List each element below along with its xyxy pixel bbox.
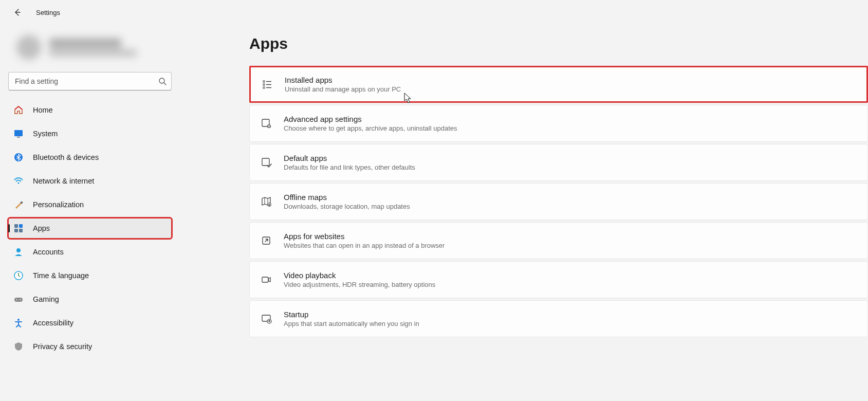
svg-rect-20 bbox=[263, 84, 265, 85]
card-subtitle: Apps that start automatically when you s… bbox=[284, 320, 419, 327]
nav-label: Personalization bbox=[33, 200, 84, 209]
card-advanced-settings[interactable]: Advanced app settings Choose where to ge… bbox=[249, 105, 868, 142]
svg-rect-8 bbox=[14, 224, 18, 228]
card-subtitle: Websites that can open in an app instead… bbox=[284, 242, 445, 249]
settings-cards: Installed apps Uninstall and manage apps… bbox=[249, 66, 868, 337]
nav-privacy[interactable]: Privacy & security bbox=[8, 336, 172, 357]
card-subtitle: Uninstall and manage apps on your PC bbox=[285, 85, 401, 93]
svg-rect-3 bbox=[14, 130, 23, 136]
nav-network[interactable]: Network & internet bbox=[8, 171, 172, 191]
bluetooth-icon bbox=[13, 152, 24, 162]
nav-label: Bluetooth & devices bbox=[33, 153, 99, 161]
card-installed-apps[interactable]: Installed apps Uninstall and manage apps… bbox=[249, 66, 868, 103]
card-title: Default apps bbox=[284, 154, 415, 162]
back-button[interactable] bbox=[9, 4, 26, 21]
card-video-playback[interactable]: Video playback Video adjustments, HDR st… bbox=[249, 261, 868, 298]
list-icon bbox=[261, 78, 273, 90]
app-title: Settings bbox=[36, 9, 60, 16]
svg-rect-18 bbox=[263, 81, 265, 82]
svg-point-1 bbox=[159, 78, 164, 83]
profile-email bbox=[49, 50, 137, 56]
apps-icon bbox=[13, 223, 24, 233]
wifi-icon bbox=[13, 176, 24, 186]
svg-point-26 bbox=[269, 126, 270, 127]
nav-home[interactable]: Home bbox=[8, 100, 172, 120]
card-apps-for-websites[interactable]: Apps for websites Websites that can open… bbox=[249, 222, 868, 259]
accessibility-icon bbox=[13, 318, 24, 328]
video-icon bbox=[260, 274, 272, 286]
search-box bbox=[8, 72, 172, 90]
svg-point-6 bbox=[17, 182, 19, 184]
svg-rect-22 bbox=[263, 87, 265, 88]
main-content: Apps Installed apps Uninstall and manage… bbox=[180, 25, 868, 401]
nav-label: Time & language bbox=[33, 271, 89, 280]
nav-label: Accessibility bbox=[33, 319, 73, 327]
svg-rect-9 bbox=[19, 224, 23, 228]
default-apps-icon bbox=[260, 156, 272, 169]
nav-label: Accounts bbox=[33, 248, 64, 256]
nav-list: Home System Bluetooth & devices bbox=[8, 100, 172, 357]
nav-gaming[interactable]: Gaming bbox=[8, 289, 172, 309]
profile-name bbox=[49, 39, 121, 48]
page-title: Apps bbox=[249, 35, 868, 52]
person-icon bbox=[13, 247, 24, 257]
svg-point-16 bbox=[20, 299, 21, 300]
nav-time[interactable]: Time & language bbox=[8, 265, 172, 286]
card-title: Apps for websites bbox=[284, 232, 445, 241]
search-icon bbox=[158, 77, 167, 85]
nav-bluetooth[interactable]: Bluetooth & devices bbox=[8, 147, 172, 168]
card-subtitle: Defaults for file and link types, other … bbox=[284, 163, 415, 171]
nav-label: Gaming bbox=[33, 295, 59, 303]
shield-icon bbox=[13, 341, 24, 352]
map-icon bbox=[260, 195, 272, 208]
card-subtitle: Video adjustments, HDR streaming, batter… bbox=[284, 281, 435, 288]
nav-label: Apps bbox=[33, 224, 50, 232]
nav-label: Privacy & security bbox=[33, 342, 92, 351]
nav-apps[interactable]: Apps bbox=[8, 218, 172, 239]
card-title: Offline maps bbox=[284, 193, 410, 202]
nav-system[interactable]: System bbox=[8, 123, 172, 144]
titlebar: Settings bbox=[0, 0, 868, 25]
nav-label: Home bbox=[33, 106, 53, 114]
sidebar: Home System Bluetooth & devices bbox=[0, 25, 180, 401]
card-title: Advanced app settings bbox=[284, 115, 457, 123]
open-external-icon bbox=[260, 234, 272, 247]
nav-label: Network & internet bbox=[33, 177, 94, 185]
svg-rect-4 bbox=[17, 137, 20, 138]
avatar bbox=[16, 35, 41, 60]
home-icon bbox=[13, 105, 24, 115]
svg-point-15 bbox=[16, 299, 17, 300]
card-title: Startup bbox=[284, 310, 419, 319]
svg-point-12 bbox=[16, 248, 21, 252]
brush-icon bbox=[13, 199, 24, 210]
card-default-apps[interactable]: Default apps Defaults for file and link … bbox=[249, 144, 868, 181]
card-startup[interactable]: Startup Apps that start automatically wh… bbox=[249, 300, 868, 337]
app-gear-icon bbox=[260, 117, 272, 130]
gamepad-icon bbox=[13, 294, 24, 304]
nav-personalization[interactable]: Personalization bbox=[8, 194, 172, 215]
svg-line-2 bbox=[164, 83, 166, 85]
card-title: Video playback bbox=[284, 271, 435, 280]
startup-icon bbox=[260, 313, 272, 325]
nav-accounts[interactable]: Accounts bbox=[8, 242, 172, 262]
nav-label: System bbox=[33, 130, 58, 138]
system-icon bbox=[13, 129, 24, 139]
svg-rect-10 bbox=[14, 229, 18, 232]
card-subtitle: Choose where to get apps, archive apps, … bbox=[284, 124, 457, 132]
svg-rect-27 bbox=[262, 158, 269, 166]
search-input[interactable] bbox=[8, 72, 172, 90]
profile-block[interactable] bbox=[8, 31, 172, 64]
card-subtitle: Downloads, storage location, map updates bbox=[284, 203, 410, 210]
clock-icon bbox=[13, 270, 24, 281]
card-title: Installed apps bbox=[285, 76, 401, 84]
card-offline-maps[interactable]: Offline maps Downloads, storage location… bbox=[249, 183, 868, 220]
svg-rect-14 bbox=[14, 298, 23, 302]
nav-accessibility[interactable]: Accessibility bbox=[8, 313, 172, 333]
arrow-left-icon bbox=[13, 8, 22, 16]
svg-point-17 bbox=[17, 319, 20, 321]
svg-rect-32 bbox=[262, 277, 268, 282]
svg-rect-11 bbox=[19, 229, 23, 232]
